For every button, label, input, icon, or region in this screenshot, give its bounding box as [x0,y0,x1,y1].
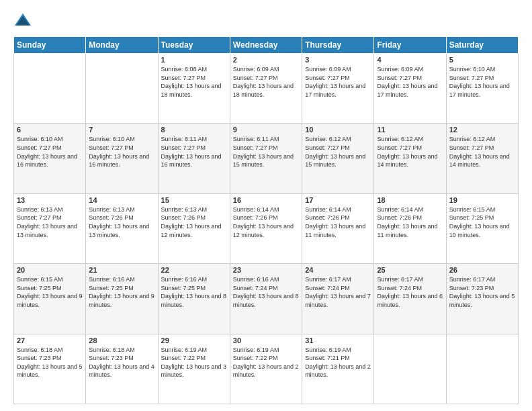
day-info: Sunrise: 6:17 AM Sunset: 7:24 PM Dayligh… [305,275,371,309]
calendar-cell: 6Sunrise: 6:10 AM Sunset: 7:27 PM Daylig… [14,124,86,193]
day-number: 28 [89,336,154,345]
calendar-cell: 22Sunrise: 6:16 AM Sunset: 7:25 PM Dayli… [158,264,230,334]
day-info: Sunrise: 6:10 AM Sunset: 7:27 PM Dayligh… [89,135,154,169]
calendar-cell: 4Sunrise: 6:09 AM Sunset: 7:27 PM Daylig… [374,54,446,124]
day-info: Sunrise: 6:10 AM Sunset: 7:27 PM Dayligh… [449,65,515,99]
day-info: Sunrise: 6:18 AM Sunset: 7:23 PM Dayligh… [17,346,83,379]
day-number: 5 [449,56,515,64]
calendar-cell: 16Sunrise: 6:14 AM Sunset: 7:26 PM Dayli… [230,193,302,263]
calendar-cell: 31Sunrise: 6:19 AM Sunset: 7:21 PM Dayli… [302,334,374,404]
day-number: 21 [89,266,154,274]
calendar-cell [446,334,518,404]
day-info: Sunrise: 6:12 AM Sunset: 7:27 PM Dayligh… [449,135,515,169]
day-info: Sunrise: 6:09 AM Sunset: 7:27 PM Dayligh… [377,65,443,99]
day-info: Sunrise: 6:15 AM Sunset: 7:25 PM Dayligh… [17,275,83,309]
day-info: Sunrise: 6:13 AM Sunset: 7:27 PM Dayligh… [17,205,83,239]
day-number: 24 [305,266,371,274]
calendar-cell: 20Sunrise: 6:15 AM Sunset: 7:25 PM Dayli… [14,264,86,334]
calendar-cell: 5Sunrise: 6:10 AM Sunset: 7:27 PM Daylig… [446,54,518,124]
day-number: 4 [377,56,443,64]
day-number: 27 [17,336,83,345]
calendar-body: 1Sunrise: 6:08 AM Sunset: 7:27 PM Daylig… [14,54,519,404]
day-info: Sunrise: 6:08 AM Sunset: 7:27 PM Dayligh… [161,65,227,99]
day-number: 6 [17,126,83,134]
day-number: 2 [233,56,299,64]
day-number: 18 [377,196,443,204]
day-number: 13 [17,196,83,204]
day-number: 31 [305,336,371,345]
day-number: 15 [161,196,227,204]
calendar-week-1: 6Sunrise: 6:10 AM Sunset: 7:27 PM Daylig… [14,124,519,193]
calendar-cell [14,54,86,124]
day-number: 26 [449,266,515,274]
calendar-cell: 15Sunrise: 6:13 AM Sunset: 7:26 PM Dayli… [158,193,230,263]
day-info: Sunrise: 6:19 AM Sunset: 7:22 PM Dayligh… [233,346,299,379]
day-number: 11 [377,126,443,134]
calendar-week-3: 20Sunrise: 6:15 AM Sunset: 7:25 PM Dayli… [14,264,519,334]
calendar-cell: 19Sunrise: 6:15 AM Sunset: 7:25 PM Dayli… [446,193,518,263]
day-number: 8 [161,126,227,134]
day-info: Sunrise: 6:09 AM Sunset: 7:27 PM Dayligh… [233,65,299,99]
day-info: Sunrise: 6:12 AM Sunset: 7:27 PM Dayligh… [305,135,371,169]
day-number: 23 [233,266,299,274]
calendar-cell: 7Sunrise: 6:10 AM Sunset: 7:27 PM Daylig… [86,124,158,193]
day-number: 1 [161,56,227,64]
day-info: Sunrise: 6:13 AM Sunset: 7:26 PM Dayligh… [161,205,227,239]
day-info: Sunrise: 6:12 AM Sunset: 7:27 PM Dayligh… [377,135,443,169]
day-number: 30 [233,336,299,345]
day-number: 25 [377,266,443,274]
day-number: 10 [305,126,371,134]
day-number: 29 [161,336,227,345]
day-info: Sunrise: 6:11 AM Sunset: 7:27 PM Dayligh… [233,135,299,169]
logo [13,11,35,30]
weekday-header-tuesday: Tuesday [158,37,230,54]
calendar-week-2: 13Sunrise: 6:13 AM Sunset: 7:27 PM Dayli… [14,193,519,263]
calendar-cell: 9Sunrise: 6:11 AM Sunset: 7:27 PM Daylig… [230,124,302,193]
calendar-cell: 10Sunrise: 6:12 AM Sunset: 7:27 PM Dayli… [302,124,374,193]
calendar-cell: 30Sunrise: 6:19 AM Sunset: 7:22 PM Dayli… [230,334,302,404]
weekday-header-wednesday: Wednesday [230,37,302,54]
day-info: Sunrise: 6:14 AM Sunset: 7:26 PM Dayligh… [233,205,299,239]
day-number: 19 [449,196,515,204]
day-info: Sunrise: 6:18 AM Sunset: 7:23 PM Dayligh… [89,346,154,379]
day-number: 9 [233,126,299,134]
calendar-cell: 26Sunrise: 6:17 AM Sunset: 7:23 PM Dayli… [446,264,518,334]
calendar-header: SundayMondayTuesdayWednesdayThursdayFrid… [14,37,519,54]
weekday-header-thursday: Thursday [302,37,374,54]
day-number: 17 [305,196,371,204]
calendar-cell [86,54,158,124]
weekday-header-sunday: Sunday [14,37,86,54]
calendar-cell: 28Sunrise: 6:18 AM Sunset: 7:23 PM Dayli… [86,334,158,404]
weekday-header-saturday: Saturday [446,37,518,54]
day-number: 14 [89,196,154,204]
calendar-week-4: 27Sunrise: 6:18 AM Sunset: 7:23 PM Dayli… [14,334,519,404]
calendar-cell: 2Sunrise: 6:09 AM Sunset: 7:27 PM Daylig… [230,54,302,124]
calendar-cell [374,334,446,404]
logo-icon [13,11,32,30]
weekday-row: SundayMondayTuesdayWednesdayThursdayFrid… [14,37,519,54]
calendar-cell: 14Sunrise: 6:13 AM Sunset: 7:26 PM Dayli… [86,193,158,263]
day-info: Sunrise: 6:10 AM Sunset: 7:27 PM Dayligh… [17,135,83,169]
calendar-week-0: 1Sunrise: 6:08 AM Sunset: 7:27 PM Daylig… [14,54,519,124]
calendar-cell: 3Sunrise: 6:09 AM Sunset: 7:27 PM Daylig… [302,54,374,124]
day-info: Sunrise: 6:09 AM Sunset: 7:27 PM Dayligh… [305,65,371,99]
day-info: Sunrise: 6:14 AM Sunset: 7:26 PM Dayligh… [305,205,371,239]
day-number: 20 [17,266,83,274]
calendar-cell: 13Sunrise: 6:13 AM Sunset: 7:27 PM Dayli… [14,193,86,263]
calendar-cell: 29Sunrise: 6:19 AM Sunset: 7:22 PM Dayli… [158,334,230,404]
header [13,11,519,30]
calendar-cell: 21Sunrise: 6:16 AM Sunset: 7:25 PM Dayli… [86,264,158,334]
day-number: 22 [161,266,227,274]
day-info: Sunrise: 6:17 AM Sunset: 7:24 PM Dayligh… [377,275,443,309]
calendar-cell: 8Sunrise: 6:11 AM Sunset: 7:27 PM Daylig… [158,124,230,193]
day-info: Sunrise: 6:16 AM Sunset: 7:25 PM Dayligh… [161,275,227,309]
calendar-cell: 12Sunrise: 6:12 AM Sunset: 7:27 PM Dayli… [446,124,518,193]
day-number: 3 [305,56,371,64]
day-info: Sunrise: 6:19 AM Sunset: 7:21 PM Dayligh… [305,346,371,379]
page: SundayMondayTuesdayWednesdayThursdayFrid… [0,0,532,411]
calendar-cell: 23Sunrise: 6:16 AM Sunset: 7:24 PM Dayli… [230,264,302,334]
calendar-cell: 25Sunrise: 6:17 AM Sunset: 7:24 PM Dayli… [374,264,446,334]
day-info: Sunrise: 6:17 AM Sunset: 7:23 PM Dayligh… [449,275,515,309]
day-number: 12 [449,126,515,134]
day-info: Sunrise: 6:13 AM Sunset: 7:26 PM Dayligh… [89,205,154,239]
